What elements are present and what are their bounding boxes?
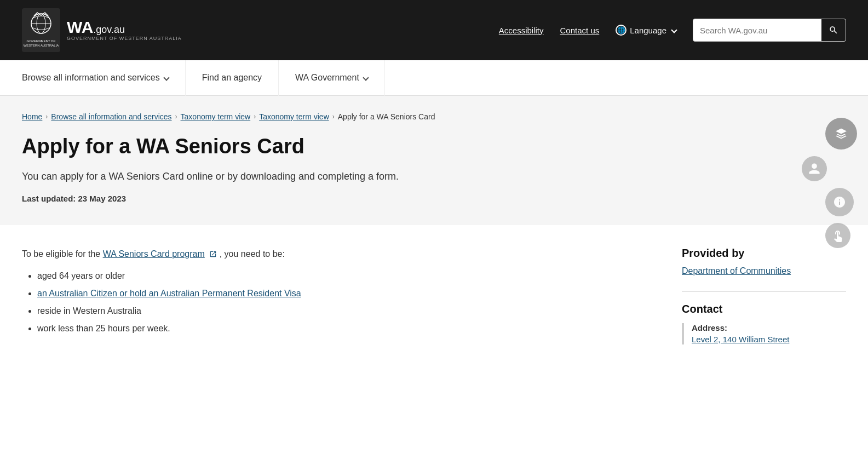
search-bar — [693, 19, 846, 42]
provider-link[interactable]: Department of Communities — [682, 266, 791, 275]
logo-domain: .gov.au — [93, 24, 125, 35]
breadcrumb-sep-4: › — [332, 113, 335, 120]
nav-find-agency[interactable]: Find an agency — [186, 60, 279, 96]
header-nav: Accessibility Contact us 🌐 Language — [499, 19, 846, 42]
search-icon — [829, 25, 838, 35]
list-item: an Australian Citizen or hold an Austral… — [37, 287, 649, 300]
svg-text:WESTERN AUSTRALIA: WESTERN AUSTRALIA — [24, 44, 59, 47]
logo-subtitle: GOVERNMENT OF WESTERN AUSTRALIA — [67, 36, 182, 41]
search-button[interactable] — [821, 19, 846, 42]
side-buttons — [825, 118, 857, 248]
breadcrumb: Home › Browse all information and servic… — [22, 112, 846, 121]
breadcrumb-browse[interactable]: Browse all information and services — [51, 112, 171, 121]
layers-icon — [835, 127, 848, 140]
permanent-resident-link[interactable]: an Australian Citizen or hold an Austral… — [37, 289, 301, 298]
touch-icon — [831, 229, 844, 242]
contact-link[interactable]: Contact us — [560, 26, 600, 35]
person-icon — [808, 162, 821, 175]
list-item: reside in Western Australia — [37, 305, 649, 318]
language-chevron-icon — [671, 27, 677, 33]
eligibility-intro: To be eligible for the WA Seniors Card p… — [22, 247, 649, 261]
top-nav: Browse all information and services Find… — [0, 60, 868, 96]
wa-emblem-icon: GOVERNMENT OF WESTERN AUSTRALIA — [22, 8, 60, 52]
breadcrumb-taxonomy-1[interactable]: Taxonomy term view — [181, 112, 251, 121]
touch-button[interactable] — [825, 223, 850, 248]
seniors-card-program-link[interactable]: WA Seniors Card program — [103, 249, 205, 259]
main-content: To be eligible for the WA Seniors Card p… — [0, 225, 868, 374]
logo-wa: WA — [67, 18, 93, 36]
browse-chevron-icon — [163, 74, 169, 81]
person-button[interactable] — [802, 156, 827, 181]
contact-details: Address: Level 2, 140 William Street — [682, 323, 846, 344]
nav-browse[interactable]: Browse all information and services — [22, 60, 186, 96]
list-item: aged 64 years or older — [37, 269, 649, 283]
breadcrumb-sep-2: › — [175, 113, 177, 120]
accessibility-link[interactable]: Accessibility — [499, 26, 544, 35]
nav-wa-government[interactable]: WA Government — [279, 60, 385, 96]
page-header: Home › Browse all information and servic… — [0, 96, 868, 225]
language-selector[interactable]: 🌐 Language — [616, 25, 676, 36]
provided-by-section: Provided by Department of Communities — [682, 247, 846, 276]
last-updated: Last updated: 23 May 2023 — [22, 194, 846, 203]
wa-gov-chevron-icon — [363, 74, 369, 81]
layers-button[interactable] — [825, 118, 857, 150]
provided-by-title: Provided by — [682, 247, 846, 260]
globe-icon: 🌐 — [616, 25, 626, 36]
eligibility-list: aged 64 years or older an Australian Cit… — [22, 269, 649, 335]
breadcrumb-current: Apply for a WA Seniors Card — [338, 112, 435, 121]
external-link-icon — [209, 250, 217, 258]
breadcrumb-sep-1: › — [45, 113, 48, 120]
sidebar: Provided by Department of Communities Co… — [682, 247, 846, 352]
breadcrumb-home[interactable]: Home — [22, 112, 42, 121]
address-value-link[interactable]: Level 2, 140 William Street — [692, 335, 789, 344]
info-icon — [833, 196, 846, 209]
language-label: Language — [630, 26, 666, 35]
breadcrumb-taxonomy-2[interactable]: Taxonomy term view — [259, 112, 329, 121]
search-input[interactable] — [693, 26, 821, 35]
contact-section: Contact Address: Level 2, 140 William St… — [682, 291, 846, 344]
svg-text:GOVERNMENT OF: GOVERNMENT OF — [27, 39, 56, 43]
contact-title: Contact — [682, 303, 846, 315]
info-button[interactable] — [825, 188, 854, 216]
logo[interactable]: GOVERNMENT OF WESTERN AUSTRALIA WA.gov.a… — [22, 8, 182, 52]
breadcrumb-sep-3: › — [254, 113, 256, 120]
page-subtitle: You can apply for a WA Seniors Card onli… — [22, 169, 846, 184]
address-label: Address: — [692, 323, 846, 332]
site-header: GOVERNMENT OF WESTERN AUSTRALIA WA.gov.a… — [0, 0, 868, 60]
content-left: To be eligible for the WA Seniors Card p… — [22, 247, 649, 352]
page-title: Apply for a WA Seniors Card — [22, 134, 846, 159]
list-item: work less than 25 hours per week. — [37, 322, 649, 335]
